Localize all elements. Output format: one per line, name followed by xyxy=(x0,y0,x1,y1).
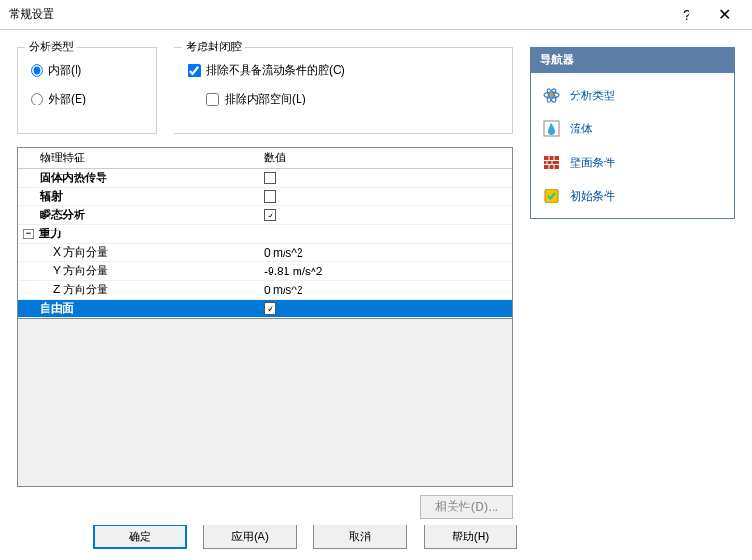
table-header: 物理特征 数值 xyxy=(18,148,512,169)
row-label: 辐射 xyxy=(40,189,63,204)
cancel-button[interactable]: 取消 xyxy=(313,525,407,549)
check-exclude-internal[interactable]: 排除内部空间(L) xyxy=(206,91,499,107)
window-title: 常规设置 xyxy=(9,7,668,22)
help-button[interactable]: 帮助(H) xyxy=(424,525,517,549)
radio-external-input[interactable] xyxy=(31,93,43,105)
row-label: 瞬态分析 xyxy=(40,207,85,223)
close-button[interactable]: ✕ xyxy=(705,6,743,23)
apply-button[interactable]: 应用(A) xyxy=(203,525,297,549)
titlebar-help-button[interactable]: ? xyxy=(668,7,705,22)
table-row[interactable]: X 方向分量0 m/s^2 xyxy=(18,244,512,262)
row-label: 重力 xyxy=(39,226,62,242)
table-empty-area xyxy=(17,319,513,487)
navigator-title: 导航器 xyxy=(531,48,734,73)
row-label: Y 方向分量 xyxy=(53,263,108,279)
wall-condition-icon xyxy=(542,153,561,172)
header-col2: 数值 xyxy=(260,150,512,166)
initial-condition-icon xyxy=(542,187,561,205)
radio-internal-label: 内部(I) xyxy=(49,63,81,78)
ok-button[interactable]: 确定 xyxy=(93,525,187,549)
fluid-icon xyxy=(542,119,561,138)
svg-rect-7 xyxy=(544,165,559,169)
tree-toggle-icon[interactable]: − xyxy=(23,229,34,239)
analysis-type-legend: 分析类型 xyxy=(25,39,77,55)
table-row[interactable]: 自由面 xyxy=(18,300,512,318)
nav-item-analysis-type[interactable]: 分析类型 xyxy=(533,78,732,112)
row-label: Z 方向分量 xyxy=(53,282,108,298)
radio-external-label: 外部(E) xyxy=(49,91,86,107)
navigator-panel: 导航器 分析类型流体壁面条件初始条件 xyxy=(530,47,735,219)
check-exclude-internal-label: 排除内部空间(L) xyxy=(225,91,306,107)
radio-internal-input[interactable] xyxy=(31,64,43,77)
header-col1: 物理特征 xyxy=(18,150,260,166)
related-button: 相关性(D)... xyxy=(420,495,513,519)
nav-item-wall-condition[interactable]: 壁面条件 xyxy=(533,146,732,179)
cavity-group: 考虑封闭腔 排除不具备流动条件的腔(C) 排除内部空间(L) xyxy=(174,47,513,134)
row-checkbox[interactable] xyxy=(264,172,276,184)
analysis-type-group: 分析类型 内部(I) 外部(E) xyxy=(17,47,157,134)
nav-item-label: 流体 xyxy=(570,121,592,137)
nav-item-label: 初始条件 xyxy=(570,189,615,204)
table-row[interactable]: 瞬态分析 xyxy=(18,206,512,225)
svg-rect-5 xyxy=(544,156,559,160)
check-exclude-no-flow-label: 排除不具备流动条件的腔(C) xyxy=(206,63,345,78)
row-label: 自由面 xyxy=(40,301,74,316)
analysis-type-icon xyxy=(542,86,561,105)
svg-rect-14 xyxy=(545,189,558,203)
row-checkbox[interactable] xyxy=(264,190,276,203)
nav-item-label: 分析类型 xyxy=(570,88,615,104)
row-checkbox[interactable] xyxy=(264,302,276,315)
nav-item-fluid[interactable]: 流体 xyxy=(533,112,732,146)
nav-item-initial-condition[interactable]: 初始条件 xyxy=(533,179,732,213)
svg-rect-6 xyxy=(544,161,559,164)
check-exclude-no-flow-input[interactable] xyxy=(188,64,201,77)
radio-internal[interactable]: 内部(I) xyxy=(31,63,143,78)
property-table: 物理特征 数值 固体内热传导辐射瞬态分析−重力X 方向分量0 m/s^2Y 方向… xyxy=(17,147,513,319)
table-row[interactable]: Z 方向分量0 m/s^2 xyxy=(18,281,512,300)
radio-external[interactable]: 外部(E) xyxy=(31,91,143,107)
row-value[interactable]: 0 m/s^2 xyxy=(264,246,303,259)
navigator-body: 分析类型流体壁面条件初始条件 xyxy=(531,73,734,218)
nav-item-label: 壁面条件 xyxy=(570,155,615,171)
check-exclude-internal-input[interactable] xyxy=(206,93,219,106)
table-row[interactable]: −重力 xyxy=(18,225,512,244)
table-row[interactable]: 辐射 xyxy=(18,188,512,206)
table-body: 固体内热传导辐射瞬态分析−重力X 方向分量0 m/s^2Y 方向分量-9.81 … xyxy=(18,169,512,318)
row-value[interactable]: -9.81 m/s^2 xyxy=(264,265,322,278)
row-label: 固体内热传导 xyxy=(40,170,107,186)
table-row[interactable]: Y 方向分量-9.81 m/s^2 xyxy=(18,262,512,281)
row-value[interactable]: 0 m/s^2 xyxy=(264,284,303,297)
cavity-legend: 考虑封闭腔 xyxy=(182,39,245,55)
check-exclude-no-flow[interactable]: 排除不具备流动条件的腔(C) xyxy=(188,63,499,78)
row-label: X 方向分量 xyxy=(53,245,108,260)
table-row[interactable]: 固体内热传导 xyxy=(18,169,512,188)
row-checkbox[interactable] xyxy=(264,209,276,221)
